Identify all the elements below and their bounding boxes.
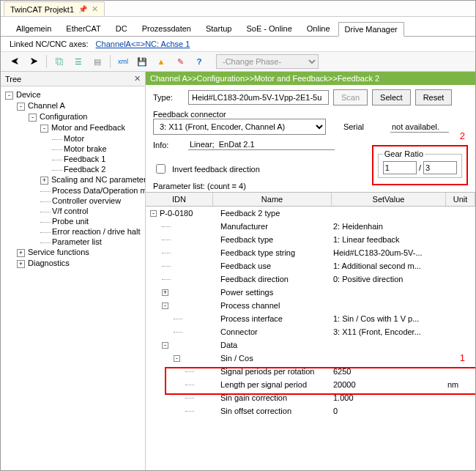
pin-icon[interactable]: 📌 xyxy=(78,5,87,13)
fbconn-label: Feedback connector xyxy=(153,110,468,119)
param-row[interactable]: Process interface1: Sin / Cos with 1 V p… xyxy=(150,312,475,325)
xml-export-icon[interactable]: xml xyxy=(115,53,131,70)
param-value: 1: Linear feedback xyxy=(332,235,446,244)
tree-node[interactable]: Controller overview xyxy=(2,196,144,206)
param-row[interactable]: -Data xyxy=(150,338,475,352)
tree-node[interactable]: Feedback 1 xyxy=(2,154,144,164)
tree-node[interactable]: Motor xyxy=(2,133,144,144)
col-header-setvalue[interactable]: SetValue xyxy=(332,193,446,206)
tree-toggle-icon[interactable]: - xyxy=(40,125,48,133)
linked-axes-link[interactable]: ChannelA<=>NC: Achse 1 xyxy=(96,40,190,48)
tree-node[interactable]: -Device xyxy=(2,89,144,100)
nav-back-icon[interactable]: ⮜ xyxy=(7,53,23,70)
tree-node[interactable]: -Motor and Feedback xyxy=(2,122,144,133)
reset-button[interactable]: Reset xyxy=(415,89,453,105)
tab-prozessdaten[interactable]: Prozessdaten xyxy=(135,21,198,36)
tree-node-label: Motor xyxy=(64,134,84,143)
param-row[interactable]: Length per signal period20000nm xyxy=(150,378,475,391)
tree-node[interactable]: -Configuration xyxy=(2,111,144,122)
list-icon[interactable]: ▤ xyxy=(89,53,105,70)
fbconn-select[interactable]: 3: X11 (Front, Encoder, Channel A) xyxy=(153,119,326,135)
param-row[interactable]: -Process channel xyxy=(150,299,475,312)
param-row[interactable]: Manufacturer2: Heidenhain xyxy=(150,220,475,233)
tree-node[interactable]: V/f control xyxy=(2,206,144,216)
param-row[interactable]: +Power settings xyxy=(150,286,475,299)
param-row[interactable]: Connector3: X11 (Front, Encoder... xyxy=(150,325,475,338)
file-tab[interactable]: TwinCAT Projekt1 📌 ✕ xyxy=(4,1,105,16)
param-name: Feedback direction xyxy=(217,275,332,283)
param-row[interactable]: Feedback use1: Additional second m... xyxy=(150,259,475,272)
tab-online[interactable]: Online xyxy=(300,21,337,36)
param-value: 1: Sin / Cos with 1 V p... xyxy=(332,314,446,323)
param-value: 2: Heidenhain xyxy=(332,222,446,231)
param-row[interactable]: Feedback type1: Linear feedback xyxy=(150,233,475,246)
tree-node-label: Scaling and NC parameters xyxy=(51,175,145,184)
tree-toggle-icon[interactable]: - xyxy=(5,92,13,100)
col-header-idn[interactable]: IDN xyxy=(146,193,213,206)
tree-node[interactable]: +Service functions xyxy=(2,247,144,258)
help-icon[interactable]: ? xyxy=(191,53,207,70)
nav-fwd-icon[interactable]: ⮞ xyxy=(26,53,42,70)
tree-node[interactable]: +Diagnostics xyxy=(2,258,144,269)
param-name: Feedback type string xyxy=(217,248,332,257)
invert-feedback-checkbox[interactable] xyxy=(156,164,166,174)
tree-node[interactable]: Parameter list xyxy=(2,237,144,247)
tree-node-label: Controller overview xyxy=(52,196,121,205)
tree-toggle-icon[interactable]: - xyxy=(17,103,25,111)
compare-icon[interactable]: ☰ xyxy=(70,53,86,70)
col-header-name[interactable]: Name xyxy=(213,193,332,206)
main-tab-bar: AllgemeinEtherCATDCProzessdatenStartupSo… xyxy=(1,17,475,37)
param-row[interactable]: Feedback direction0: Positive direction xyxy=(150,272,475,286)
col-header-unit[interactable]: Unit xyxy=(446,193,475,206)
gear-ratio-label: Gear Ratio xyxy=(383,149,425,158)
tree-node[interactable]: Error reaction / drive halt xyxy=(2,226,144,237)
save-icon[interactable]: 💾 xyxy=(134,53,150,70)
param-name: Feedback type xyxy=(217,235,332,244)
phase-select[interactable]: -Change Phase- xyxy=(216,54,319,69)
tree-view-icon[interactable]: ⿻ xyxy=(51,53,67,70)
tree-node[interactable]: +Scaling and NC parameters xyxy=(2,174,144,185)
param-row[interactable]: Sin offset correction0 xyxy=(150,404,475,418)
tab-ethercat[interactable]: EtherCAT xyxy=(59,21,107,36)
tree-toggle-icon[interactable]: - xyxy=(29,114,37,122)
type-input[interactable] xyxy=(188,90,329,105)
tree-toggle-icon[interactable]: + xyxy=(17,260,25,268)
tree-close-icon[interactable]: ✕ xyxy=(134,74,141,84)
param-row[interactable]: Feedback type stringHeid#LC183-20um-5V-.… xyxy=(150,246,475,259)
tab-allgemein[interactable]: Allgemein xyxy=(10,21,58,36)
scan-button[interactable]: Scan xyxy=(333,89,368,105)
gear-numerator-input[interactable] xyxy=(383,161,417,174)
param-toggle-icon[interactable]: - xyxy=(162,303,168,309)
tree-node[interactable]: Process Data/Operation mode xyxy=(2,185,144,196)
close-icon[interactable]: ✕ xyxy=(92,4,98,14)
tree-node[interactable]: Feedback 2 xyxy=(2,164,144,174)
tree-toggle-icon[interactable]: + xyxy=(40,177,48,185)
gear-denominator-input[interactable] xyxy=(423,161,457,174)
param-toggle-icon[interactable]: - xyxy=(162,342,168,349)
tree-toggle-icon[interactable]: + xyxy=(17,249,25,257)
param-toggle-icon[interactable]: - xyxy=(150,210,157,217)
tree-node-label: Error reaction / drive halt xyxy=(52,227,140,236)
annotation-1: 1 xyxy=(460,352,465,426)
tree-node[interactable]: -Channel A xyxy=(2,100,144,111)
select-button[interactable]: Select xyxy=(372,89,411,105)
toolbar: ⮜ ⮞ ⿻ ☰ ▤ xml 💾 ▲ ✎ ? -Change Phase- xyxy=(1,51,475,72)
tool-icon[interactable]: ✎ xyxy=(172,53,188,70)
tree-node[interactable]: Probe unit xyxy=(2,216,144,226)
info-value xyxy=(188,139,335,150)
param-toggle-icon[interactable]: - xyxy=(174,355,180,362)
param-name: Process channel xyxy=(217,301,332,310)
type-label: Type: xyxy=(153,93,184,102)
param-row[interactable]: Sin gain correction1.000 xyxy=(150,391,475,404)
param-toggle-icon[interactable]: + xyxy=(162,289,168,296)
param-row[interactable]: -Sin / Cos xyxy=(150,352,475,365)
tab-startup[interactable]: Startup xyxy=(199,21,238,36)
tab-drive-manager[interactable]: Drive Manager xyxy=(338,22,404,37)
tree-node-label: Process Data/Operation mode xyxy=(52,186,145,195)
tab-dc[interactable]: DC xyxy=(109,21,134,36)
param-row[interactable]: -P-0-0180Feedback 2 type xyxy=(150,207,475,220)
warning-icon[interactable]: ▲ xyxy=(153,53,169,70)
tab-soe-online[interactable]: SoE - Online xyxy=(239,21,298,36)
param-row[interactable]: Signal periods per rotation6250 xyxy=(150,365,475,378)
tree-node[interactable]: Motor brake xyxy=(2,144,144,154)
